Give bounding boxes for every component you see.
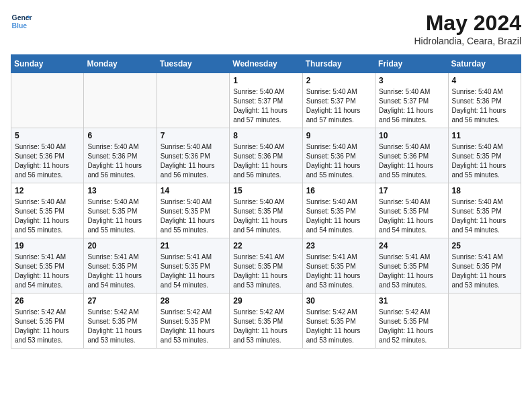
week-row-4: 19Sunrise: 5:41 AM Sunset: 5:35 PM Dayli… <box>11 238 521 293</box>
day-cell: 25Sunrise: 5:41 AM Sunset: 5:35 PM Dayli… <box>448 238 521 293</box>
day-cell: 29Sunrise: 5:42 AM Sunset: 5:35 PM Dayli… <box>230 293 302 349</box>
weekday-header-saturday: Saturday <box>448 55 521 73</box>
day-number: 22 <box>233 241 298 250</box>
day-number: 23 <box>306 241 371 250</box>
day-number: 14 <box>161 186 226 195</box>
weekday-header-wednesday: Wednesday <box>230 55 302 73</box>
day-cell: 24Sunrise: 5:41 AM Sunset: 5:35 PM Dayli… <box>375 238 448 293</box>
day-cell <box>157 73 229 128</box>
day-info: Sunrise: 5:42 AM Sunset: 5:35 PM Dayligh… <box>15 308 80 345</box>
day-info: Sunrise: 5:42 AM Sunset: 5:35 PM Dayligh… <box>233 308 298 345</box>
day-info: Sunrise: 5:40 AM Sunset: 5:37 PM Dayligh… <box>379 87 444 125</box>
day-info: Sunrise: 5:40 AM Sunset: 5:35 PM Dayligh… <box>233 197 298 235</box>
day-info: Sunrise: 5:42 AM Sunset: 5:35 PM Dayligh… <box>161 308 226 345</box>
day-info: Sunrise: 5:40 AM Sunset: 5:35 PM Dayligh… <box>161 197 226 235</box>
day-info: Sunrise: 5:40 AM Sunset: 5:35 PM Dayligh… <box>452 197 517 235</box>
day-number: 28 <box>161 296 226 306</box>
day-number: 6 <box>87 131 152 140</box>
weekday-header-row: SundayMondayTuesdayWednesdayThursdayFrid… <box>11 55 521 73</box>
day-cell <box>84 73 157 128</box>
day-cell: 3Sunrise: 5:40 AM Sunset: 5:37 PM Daylig… <box>375 73 448 128</box>
day-number: 29 <box>233 296 298 306</box>
svg-text:Blue: Blue <box>12 22 28 30</box>
day-cell: 17Sunrise: 5:40 AM Sunset: 5:35 PM Dayli… <box>375 183 448 238</box>
week-row-1: 1Sunrise: 5:40 AM Sunset: 5:37 PM Daylig… <box>11 73 521 128</box>
day-number: 2 <box>306 76 371 85</box>
day-cell: 26Sunrise: 5:42 AM Sunset: 5:35 PM Dayli… <box>11 293 84 349</box>
week-row-3: 12Sunrise: 5:40 AM Sunset: 5:35 PM Dayli… <box>11 183 521 238</box>
day-info: Sunrise: 5:41 AM Sunset: 5:35 PM Dayligh… <box>161 253 226 290</box>
week-row-5: 26Sunrise: 5:42 AM Sunset: 5:35 PM Dayli… <box>11 293 521 349</box>
day-cell: 5Sunrise: 5:40 AM Sunset: 5:36 PM Daylig… <box>11 128 84 183</box>
day-cell <box>11 73 84 128</box>
day-info: Sunrise: 5:40 AM Sunset: 5:35 PM Dayligh… <box>87 197 152 235</box>
day-cell: 6Sunrise: 5:40 AM Sunset: 5:36 PM Daylig… <box>84 128 157 183</box>
day-info: Sunrise: 5:40 AM Sunset: 5:35 PM Dayligh… <box>452 142 517 180</box>
location-subtitle: Hidrolandia, Ceara, Brazil <box>414 36 521 46</box>
week-row-2: 5Sunrise: 5:40 AM Sunset: 5:36 PM Daylig… <box>11 128 521 183</box>
day-cell: 27Sunrise: 5:42 AM Sunset: 5:35 PM Dayli… <box>84 293 157 349</box>
day-info: Sunrise: 5:41 AM Sunset: 5:35 PM Dayligh… <box>15 253 80 290</box>
day-number: 27 <box>87 296 152 306</box>
day-cell <box>448 293 521 349</box>
day-info: Sunrise: 5:41 AM Sunset: 5:35 PM Dayligh… <box>233 253 298 290</box>
day-number: 11 <box>452 131 517 140</box>
weekday-header-sunday: Sunday <box>11 55 84 73</box>
day-number: 10 <box>379 131 444 140</box>
day-info: Sunrise: 5:40 AM Sunset: 5:36 PM Dayligh… <box>161 142 226 180</box>
day-info: Sunrise: 5:40 AM Sunset: 5:35 PM Dayligh… <box>306 197 371 235</box>
day-info: Sunrise: 5:40 AM Sunset: 5:35 PM Dayligh… <box>15 197 80 235</box>
day-number: 26 <box>15 296 80 306</box>
day-cell: 20Sunrise: 5:41 AM Sunset: 5:35 PM Dayli… <box>84 238 157 293</box>
day-info: Sunrise: 5:42 AM Sunset: 5:35 PM Dayligh… <box>306 308 371 345</box>
day-number: 25 <box>452 241 517 250</box>
day-cell: 19Sunrise: 5:41 AM Sunset: 5:35 PM Dayli… <box>11 238 84 293</box>
day-number: 30 <box>306 296 371 306</box>
month-year-title: May 2024 <box>414 11 521 36</box>
day-number: 19 <box>15 241 80 250</box>
day-info: Sunrise: 5:40 AM Sunset: 5:37 PM Dayligh… <box>233 87 298 125</box>
day-cell: 12Sunrise: 5:40 AM Sunset: 5:35 PM Dayli… <box>11 183 84 238</box>
day-number: 24 <box>379 241 444 250</box>
day-cell: 15Sunrise: 5:40 AM Sunset: 5:35 PM Dayli… <box>230 183 302 238</box>
day-cell: 30Sunrise: 5:42 AM Sunset: 5:35 PM Dayli… <box>302 293 375 349</box>
day-cell: 2Sunrise: 5:40 AM Sunset: 5:37 PM Daylig… <box>302 73 375 128</box>
day-cell: 28Sunrise: 5:42 AM Sunset: 5:35 PM Dayli… <box>157 293 229 349</box>
logo: General Blue <box>11 11 32 32</box>
day-number: 12 <box>15 186 80 195</box>
day-info: Sunrise: 5:40 AM Sunset: 5:35 PM Dayligh… <box>379 197 444 235</box>
page-header: General Blue May 2024 Hidrolandia, Ceara… <box>11 11 521 46</box>
day-info: Sunrise: 5:40 AM Sunset: 5:36 PM Dayligh… <box>452 87 517 125</box>
day-number: 17 <box>379 186 444 195</box>
day-cell: 4Sunrise: 5:40 AM Sunset: 5:36 PM Daylig… <box>448 73 521 128</box>
day-info: Sunrise: 5:42 AM Sunset: 5:35 PM Dayligh… <box>379 308 444 345</box>
day-cell: 7Sunrise: 5:40 AM Sunset: 5:36 PM Daylig… <box>157 128 229 183</box>
day-number: 20 <box>87 241 152 250</box>
day-cell: 31Sunrise: 5:42 AM Sunset: 5:35 PM Dayli… <box>375 293 448 349</box>
day-info: Sunrise: 5:40 AM Sunset: 5:36 PM Dayligh… <box>15 142 80 180</box>
day-number: 31 <box>379 296 444 306</box>
day-cell: 9Sunrise: 5:40 AM Sunset: 5:36 PM Daylig… <box>302 128 375 183</box>
day-number: 3 <box>379 76 444 85</box>
day-info: Sunrise: 5:42 AM Sunset: 5:35 PM Dayligh… <box>87 308 152 345</box>
day-number: 9 <box>306 131 371 140</box>
day-number: 7 <box>161 131 226 140</box>
logo-icon: General Blue <box>11 11 32 32</box>
weekday-header-tuesday: Tuesday <box>157 55 229 73</box>
day-info: Sunrise: 5:41 AM Sunset: 5:35 PM Dayligh… <box>306 253 371 290</box>
day-cell: 16Sunrise: 5:40 AM Sunset: 5:35 PM Dayli… <box>302 183 375 238</box>
day-info: Sunrise: 5:40 AM Sunset: 5:36 PM Dayligh… <box>87 142 152 180</box>
day-cell: 1Sunrise: 5:40 AM Sunset: 5:37 PM Daylig… <box>230 73 302 128</box>
title-block: May 2024 Hidrolandia, Ceara, Brazil <box>414 11 521 46</box>
day-number: 18 <box>452 186 517 195</box>
day-info: Sunrise: 5:40 AM Sunset: 5:36 PM Dayligh… <box>306 142 371 180</box>
day-number: 5 <box>15 131 80 140</box>
day-cell: 8Sunrise: 5:40 AM Sunset: 5:36 PM Daylig… <box>230 128 302 183</box>
day-cell: 10Sunrise: 5:40 AM Sunset: 5:36 PM Dayli… <box>375 128 448 183</box>
weekday-header-friday: Friday <box>375 55 448 73</box>
day-cell: 23Sunrise: 5:41 AM Sunset: 5:35 PM Dayli… <box>302 238 375 293</box>
day-info: Sunrise: 5:40 AM Sunset: 5:37 PM Dayligh… <box>306 87 371 125</box>
day-info: Sunrise: 5:40 AM Sunset: 5:36 PM Dayligh… <box>233 142 298 180</box>
calendar-table: SundayMondayTuesdayWednesdayThursdayFrid… <box>11 54 521 349</box>
day-number: 13 <box>87 186 152 195</box>
